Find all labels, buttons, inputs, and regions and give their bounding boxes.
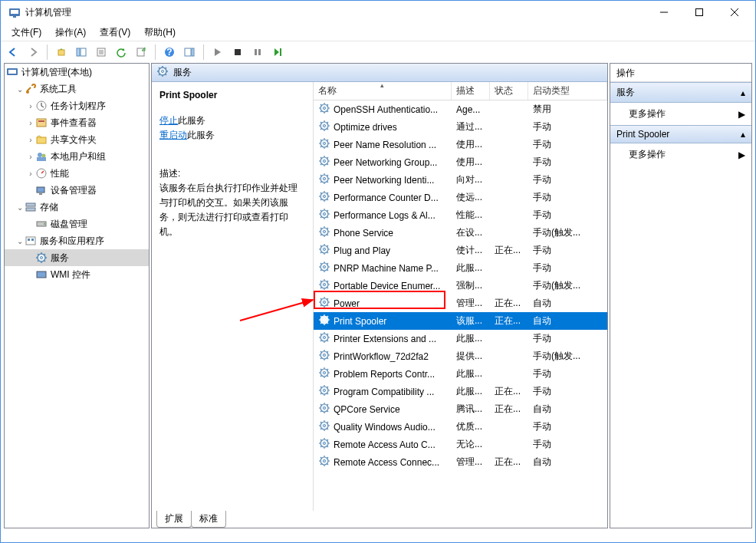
menu-view[interactable]: 查看(V) xyxy=(94,25,136,41)
svg-rect-29 xyxy=(37,137,46,143)
stop-link[interactable]: 停止 xyxy=(159,115,178,126)
action-more-print-spooler[interactable]: 更多操作 ▶ xyxy=(610,143,751,166)
col-desc[interactable]: 描述 xyxy=(452,82,490,100)
service-name: PrintWorkflow_72d2fa2 xyxy=(334,351,429,362)
close-button[interactable] xyxy=(717,1,752,24)
service-row[interactable]: Optimize drives通过...手动 xyxy=(314,118,607,136)
bottom-tabs: 扩展 标准 xyxy=(152,511,607,528)
tree-shared-folders[interactable]: ›共享文件夹 xyxy=(5,131,149,148)
service-start: 自动 xyxy=(528,297,607,310)
back-button[interactable] xyxy=(4,44,22,61)
service-row[interactable]: Peer Networking Identi...向对...手动 xyxy=(314,171,607,189)
maximize-button[interactable] xyxy=(682,1,717,24)
col-start[interactable]: 启动类型 xyxy=(528,82,607,100)
action-more-services[interactable]: 更多操作 ▶ xyxy=(610,103,751,125)
start-service-button[interactable] xyxy=(209,44,227,61)
tab-standard[interactable]: 标准 xyxy=(191,511,226,528)
caret-right-icon[interactable]: › xyxy=(26,136,35,144)
caret-right-icon[interactable]: › xyxy=(26,169,35,178)
up-button[interactable] xyxy=(52,44,71,61)
caret-down-icon[interactable]: ⌄ xyxy=(15,203,25,212)
pause-service-button[interactable] xyxy=(248,44,267,61)
service-row[interactable]: Quality Windows Audio...优质...手动 xyxy=(314,418,607,436)
service-state: 正在... xyxy=(490,385,528,398)
tree-services-apps[interactable]: ⌄ 服务和应用程序 xyxy=(5,232,149,249)
service-row[interactable]: OpenSSH Authenticatio...Age...禁用 xyxy=(314,100,607,118)
service-state: 正在... xyxy=(490,456,528,469)
tree-disk-management[interactable]: ›磁盘管理 xyxy=(5,216,149,232)
minimize-button[interactable] xyxy=(646,1,682,24)
service-row[interactable]: Phone Service在设...手动(触发... xyxy=(314,224,607,242)
col-name[interactable]: ▴名称 xyxy=(314,82,452,100)
caret-down-icon[interactable]: ⌄ xyxy=(15,237,25,245)
menu-action[interactable]: 操作(A) xyxy=(49,25,92,41)
col-state[interactable]: 状态 xyxy=(490,82,528,100)
service-row[interactable]: Peer Networking Group...使用...手动 xyxy=(314,153,607,171)
tree-storage[interactable]: ⌄ 存储 xyxy=(5,199,149,216)
tree-local-users[interactable]: ›本地用户和组 xyxy=(5,148,149,165)
caret-down-icon[interactable]: ⌄ xyxy=(15,85,25,94)
tree-performance[interactable]: ›性能 xyxy=(5,165,149,182)
properties-button[interactable] xyxy=(92,44,110,61)
column-headers[interactable]: ▴名称 描述 状态 启动类型 xyxy=(314,82,607,100)
show-hide-action-button[interactable] xyxy=(180,44,199,61)
forward-button[interactable] xyxy=(24,44,42,61)
svg-point-61 xyxy=(324,213,326,216)
service-start: 手动 xyxy=(528,262,607,275)
action-section-services[interactable]: 服务 ▴ xyxy=(610,82,751,103)
svg-point-83 xyxy=(324,407,326,410)
show-hide-tree-button[interactable] xyxy=(72,44,90,61)
caret-right-icon[interactable]: › xyxy=(26,102,35,110)
service-row[interactable]: Performance Logs & Al...性能...手动 xyxy=(314,206,607,224)
service-name: Performance Counter D... xyxy=(334,193,439,203)
service-row[interactable]: QPCore Service腾讯...正在...自动 xyxy=(314,400,607,418)
restart-link[interactable]: 重启动 xyxy=(159,130,187,140)
service-name: Portable Device Enumer... xyxy=(334,281,440,291)
disk-icon xyxy=(35,218,48,230)
service-list[interactable]: OpenSSH Authenticatio...Age...禁用Optimize… xyxy=(314,100,607,497)
tree-root[interactable]: 计算机管理(本地) xyxy=(5,64,149,81)
service-row[interactable]: PNRP Machine Name P...此服...手动 xyxy=(314,259,607,277)
service-state: 正在... xyxy=(490,403,528,416)
service-row[interactable]: Remote Access Auto C...无论...手动 xyxy=(314,436,607,453)
service-row[interactable]: Portable Device Enumer...强制...手动(触发... xyxy=(314,277,607,295)
gear-icon xyxy=(318,314,330,328)
tree-wmi[interactable]: ›WMI 控件 xyxy=(5,266,149,283)
tree-device-manager[interactable]: ›设备管理器 xyxy=(5,182,149,199)
svg-rect-37 xyxy=(26,208,35,211)
caret-right-icon[interactable]: › xyxy=(26,153,35,161)
service-row[interactable]: Peer Name Resolution ...使用...手动 xyxy=(314,136,607,153)
refresh-button[interactable] xyxy=(112,44,130,61)
export-button[interactable] xyxy=(132,44,150,61)
service-row[interactable]: Remote Access Connec...管理...正在...自动 xyxy=(314,453,607,471)
svg-point-39 xyxy=(44,223,45,225)
menu-file[interactable]: 文件(F) xyxy=(5,25,48,41)
service-row[interactable]: Print Spooler该服...正在...自动 xyxy=(314,312,607,330)
help-button[interactable]: ? xyxy=(160,44,179,61)
svg-point-85 xyxy=(324,425,326,427)
caret-right-icon[interactable]: › xyxy=(26,119,35,127)
service-start: 手动 xyxy=(528,138,607,151)
console-tree[interactable]: 计算机管理(本地) ⌄ 系统工具 ›任务计划程序 ›事件查看器 ›共享文件夹 xyxy=(4,63,150,528)
device-icon xyxy=(35,184,48,196)
tree-task-scheduler[interactable]: ›任务计划程序 xyxy=(5,97,149,114)
svg-rect-21 xyxy=(258,49,261,55)
stop-service-button[interactable] xyxy=(228,44,247,61)
tree-system-tools[interactable]: ⌄ 系统工具 xyxy=(5,81,149,97)
tree-services[interactable]: ›服务 xyxy=(5,249,149,266)
service-row[interactable]: Plug and Play使计...正在...手动 xyxy=(314,242,607,259)
service-row[interactable]: Performance Counter D...使远...手动 xyxy=(314,189,607,206)
tab-extended[interactable]: 扩展 xyxy=(156,511,192,528)
restart-service-button[interactable] xyxy=(268,44,287,61)
service-row[interactable]: Program Compatibility ...此服...正在...手动 xyxy=(314,383,607,400)
service-row[interactable]: Problem Reports Contr...此服...手动 xyxy=(314,365,607,383)
service-row[interactable]: PrintWorkflow_72d2fa2提供...手动(触发... xyxy=(314,347,607,365)
action-section-print-spooler[interactable]: Print Spooler ▴ xyxy=(610,125,751,143)
tree-event-viewer[interactable]: ›事件查看器 xyxy=(5,114,149,131)
service-row[interactable]: Power管理...正在...自动 xyxy=(314,295,607,312)
horizontal-scrollbar[interactable] xyxy=(314,497,607,511)
service-row[interactable]: Printer Extensions and ...此服...手动 xyxy=(314,330,607,347)
title-bar: 计算机管理 xyxy=(1,1,755,24)
menu-help[interactable]: 帮助(H) xyxy=(138,25,182,41)
svg-rect-28 xyxy=(38,120,44,122)
